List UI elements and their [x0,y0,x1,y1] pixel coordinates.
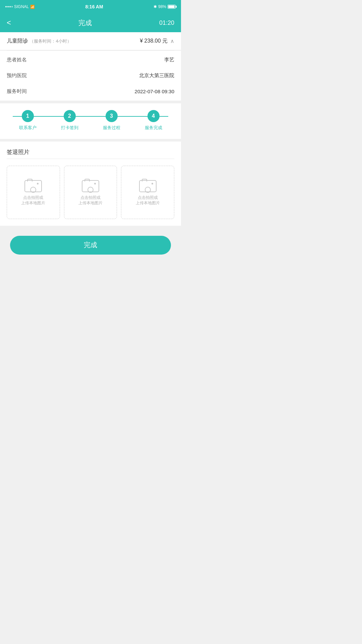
signal-label: SIGNAL [14,4,29,9]
photo-item-1[interactable]: 点击拍照或上传本地图片 [7,166,60,219]
detail-row-hospital: 预约医院 北京大第三医院 [0,68,181,84]
photo-section-title: 签退照片 [7,148,174,156]
battery-percent: 98% [158,4,166,9]
step-circle-3: 3 [106,110,118,122]
step-label-3: 服务过程 [103,125,120,131]
service-price: ¥ 238.00 元 [140,38,168,45]
photo-hint-1: 点击拍照或上传本地图片 [21,195,45,206]
time-label: 服务时间 [7,88,27,95]
camera-icon-2 [82,179,99,192]
header: < 完成 01:20 [0,13,181,32]
step-label-2: 打卡签到 [61,125,78,131]
status-bar: SIGNAL 📶 8:16 AM ✱ 98% [0,0,181,13]
step-4: 4 服务完成 [132,110,174,131]
photo-section: 签退照片 点击拍照或上传本地图片 点击拍照或上传本地图片 [0,142,181,226]
service-header: 儿童陪诊 （服务时间：4小时） ¥ 238.00 元 ∧ [0,32,181,50]
step-label-1: 联系客户 [19,125,37,131]
photo-hint-2: 点击拍照或上传本地图片 [78,195,103,206]
collapse-icon[interactable]: ∧ [170,38,174,44]
step-circle-1: 1 [22,110,34,122]
service-name-area: 儿童陪诊 （服务时间：4小时） [7,38,71,45]
step-3: 3 服务过程 [90,110,132,131]
wifi-icon: 📶 [30,5,35,9]
photo-item-2[interactable]: 点击拍照或上传本地图片 [64,166,117,219]
camera-icon-1 [24,179,42,192]
detail-section: 患者姓名 李艺 预约医院 北京大第三医院 服务时间 2022-07-08 09:… [0,51,181,101]
service-price-area: ¥ 238.00 元 ∧ [140,38,174,45]
detail-row-patient: 患者姓名 李艺 [0,52,181,68]
status-time: 8:16 AM [85,4,103,9]
step-1: 1 联系客户 [7,110,49,131]
photo-grid: 点击拍照或上传本地图片 点击拍照或上传本地图片 点击拍照或上传本地图片 [7,166,174,219]
signal-dots [5,6,13,7]
status-right: ✱ 98% [154,4,176,9]
battery-icon [168,5,176,9]
service-duration: （服务时间：4小时） [29,39,71,44]
hospital-label: 预约医院 [7,72,27,79]
patient-value: 李艺 [164,57,174,63]
step-label-4: 服务完成 [145,125,162,131]
photo-hint-3: 点击拍照或上传本地图片 [136,195,160,206]
status-left: SIGNAL 📶 [5,4,35,9]
bluetooth-icon: ✱ [154,4,157,9]
hospital-value: 北京大第三医院 [139,72,174,79]
header-timer: 01:20 [159,19,174,26]
step-2: 2 打卡签到 [49,110,90,131]
page-title: 完成 [78,18,92,28]
back-button[interactable]: < [7,18,11,27]
steps-section: 1 联系客户 2 打卡签到 3 服务过程 4 服务完成 [0,103,181,139]
camera-icon-3 [139,179,157,192]
complete-button[interactable]: 完成 [10,236,171,255]
service-name: 儿童陪诊 [7,38,28,44]
detail-row-time: 服务时间 2022-07-08 09:30 [0,84,181,99]
step-circle-2: 2 [64,110,76,122]
bottom-area: 完成 [0,226,181,268]
photo-divider [7,159,174,159]
steps-container: 1 联系客户 2 打卡签到 3 服务过程 4 服务完成 [7,110,174,131]
photo-item-3[interactable]: 点击拍照或上传本地图片 [121,166,174,219]
step-circle-4: 4 [147,110,160,122]
time-value: 2022-07-08 09:30 [135,89,174,94]
patient-label: 患者姓名 [7,57,27,63]
